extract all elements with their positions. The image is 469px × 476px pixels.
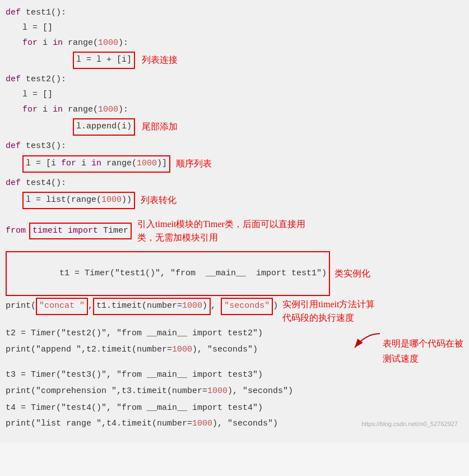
box-append: l.append(i): [73, 118, 135, 136]
label-listrange: 列表转化: [141, 193, 177, 207]
line-l-empty2: l = []: [22, 87, 463, 103]
keyword-def: def: [6, 6, 26, 20]
label-import2: 类，无需加模块引用: [137, 231, 305, 244]
label-concat: 列表连接: [142, 53, 178, 67]
row-listrange: l = list(range(1000)) 列表转化: [6, 192, 463, 209]
line-def-test2: def test2():: [6, 72, 463, 87]
row-comprehension: l = [i for i in range(1000)] 顺序列表: [6, 155, 463, 173]
keyword-from: from: [6, 224, 26, 238]
line-t4: t4 = Timer("test4()", "from __main__ imp…: [6, 401, 463, 416]
line-t3: t3 = Timer("test3()", "from __main__ imp…: [6, 368, 463, 383]
row-print1: print( "concat " , t1.timeit(number=1000…: [6, 298, 463, 325]
label-arrow1: 表明是哪个代码在被: [383, 336, 463, 351]
box-comprehension: l = [i for i in range(1000)]: [22, 155, 170, 173]
line-print2: print("append ",t2.timeit(number=1000), …: [6, 343, 374, 358]
box-print1-timeit: t1.timeit(number=1000): [93, 298, 211, 315]
label-append: 尾部添加: [142, 119, 178, 134]
label-print1a: 实例引用timeit方法计算: [282, 298, 375, 311]
line-for1: for i in range(1000):: [22, 36, 463, 51]
box-listrange: l = list(range(1000)): [22, 192, 135, 209]
line-def-test4: def test4():: [6, 176, 463, 191]
line-def-test3: def test3():: [6, 139, 463, 154]
arrow-indicator: [349, 331, 383, 353]
label-print1b: 代码段的执行速度: [282, 311, 375, 325]
line-for2: for i in range(1000):: [22, 103, 463, 118]
label-arrow2: 测试速度: [383, 352, 419, 366]
fn-test1: test1():: [26, 6, 66, 20]
row-append: l.append(i) 尾部添加: [6, 118, 463, 136]
label-import1: 引入timeit模块的Timer类，后面可以直接用: [137, 218, 305, 231]
page-container: def test1(): l = [] for i in range(1000)…: [0, 0, 469, 443]
watermark: https://blog.csdn.net/m0_52762927: [361, 419, 458, 429]
box-timeit-import: timeit import Timer: [29, 223, 132, 240]
line-print3: print("comprehension ",t3.timeit(number=…: [6, 384, 463, 399]
code-block: def test1(): l = [] for i in range(1000)…: [6, 6, 463, 432]
line-l-empty1: l = []: [22, 21, 463, 36]
label-t1: 类实例化: [335, 266, 370, 281]
row-t2-group: t2 = Timer("test2()", "from __main__ imp…: [6, 326, 463, 366]
row-t1: t1 = Timer("test1()", "from __main__ imp…: [6, 251, 463, 296]
box-print1-concat: "concat ": [36, 298, 88, 315]
row-concat: l = l + [i] 列表连接: [6, 52, 463, 69]
box-print1-seconds: "seconds": [221, 298, 273, 315]
label-comprehension: 顺序列表: [176, 156, 212, 171]
line-t2: t2 = Timer("test2()", "from __main__ imp…: [6, 326, 374, 341]
line-def-test1: def test1():: [6, 6, 463, 21]
box-concat: l = l + [i]: [73, 52, 135, 69]
row-from-import: from timeit import Timer 引入timeit模块的Time…: [6, 218, 463, 244]
box-t1: t1 = Timer("test1()", "from __main__ imp…: [6, 251, 330, 296]
